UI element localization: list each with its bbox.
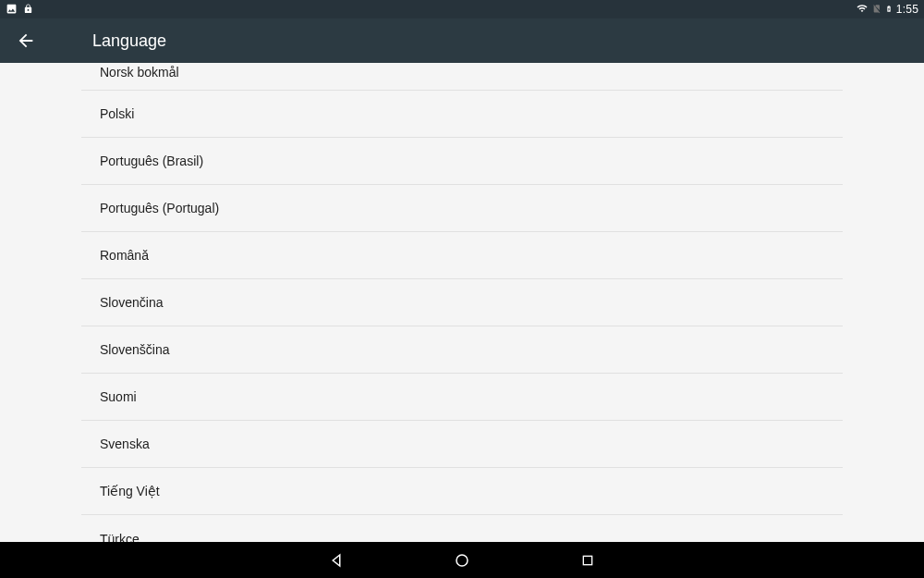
- list-item[interactable]: Português (Brasil): [81, 138, 843, 185]
- list-item[interactable]: Suomi: [81, 374, 843, 421]
- battery-icon: [885, 3, 893, 17]
- nav-recent-button[interactable]: [578, 551, 597, 570]
- language-label: Română: [100, 248, 149, 263]
- status-right: 1:55: [856, 3, 918, 17]
- page-title: Language: [92, 31, 166, 51]
- nav-home-button[interactable]: [453, 551, 471, 570]
- list-item[interactable]: Svenska: [81, 421, 843, 468]
- list-item[interactable]: Português (Portugal): [81, 185, 843, 232]
- language-label: Suomi: [100, 389, 137, 404]
- list-item[interactable]: Norsk bokmål: [81, 63, 843, 91]
- language-label: Tiếng Việt: [100, 484, 160, 498]
- image-icon: [6, 3, 18, 17]
- arrow-back-icon: [16, 31, 36, 51]
- status-bar: 1:55: [0, 0, 924, 18]
- circle-home-icon: [454, 552, 470, 569]
- status-clock: 1:55: [896, 3, 918, 16]
- language-label: Português (Brasil): [100, 154, 203, 168]
- language-label: Slovenščina: [100, 342, 170, 357]
- back-button[interactable]: [15, 30, 37, 52]
- list-item[interactable]: Slovenščina: [81, 326, 843, 374]
- language-label: Türkçe: [100, 532, 140, 543]
- navigation-bar: [0, 542, 924, 578]
- status-left: [6, 3, 33, 17]
- svg-rect-1: [583, 556, 591, 564]
- svg-point-0: [456, 555, 468, 566]
- language-label: Português (Portugal): [100, 201, 219, 215]
- language-label: Svenska: [100, 437, 150, 451]
- language-list: Norsk bokmål Polski Português (Brasil) P…: [81, 63, 843, 542]
- wifi-icon: [856, 3, 869, 16]
- lock-icon: [23, 4, 33, 16]
- list-item[interactable]: Polski: [81, 91, 843, 138]
- list-item[interactable]: Türkçe: [81, 515, 843, 542]
- triangle-back-icon: [328, 552, 345, 569]
- no-sim-icon: [872, 3, 881, 16]
- nav-back-button[interactable]: [327, 551, 346, 570]
- list-item[interactable]: Română: [81, 232, 843, 279]
- list-item[interactable]: Slovenčina: [81, 279, 843, 326]
- list-item[interactable]: Tiếng Việt: [81, 468, 843, 515]
- square-recent-icon: [580, 553, 595, 568]
- language-label: Polski: [100, 106, 134, 121]
- content-area: Norsk bokmål Polski Português (Brasil) P…: [0, 63, 924, 542]
- language-label: Slovenčina: [100, 295, 164, 310]
- language-label: Norsk bokmål: [100, 65, 179, 80]
- app-bar: Language: [0, 18, 924, 63]
